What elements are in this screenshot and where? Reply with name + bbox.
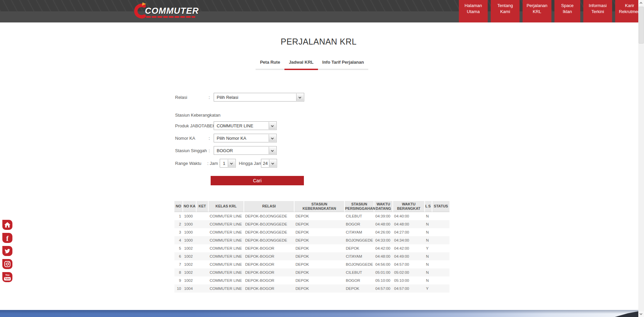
commuter-logo[interactable]: COMMUTER	[131, 2, 199, 21]
twitter-icon[interactable]	[2, 246, 12, 256]
table-cell: N	[425, 220, 432, 228]
hingga-jam-select[interactable]: 24	[261, 159, 277, 168]
stasiun-keberangkatan-label: Stasiun Keberangkatan	[175, 113, 220, 118]
colon: :	[209, 123, 210, 128]
table-cell: DEPOK-BOGOR	[244, 268, 294, 276]
chevron-down-icon[interactable]	[269, 160, 276, 167]
nav-item[interactable]: Informasi Terkini	[583, 0, 612, 22]
table-cell: DEPOK	[345, 244, 374, 252]
relasi-label: Relasi	[175, 95, 187, 100]
jam-select-value: 1	[220, 161, 228, 166]
table-cell: DEPOK-BOGOR	[244, 276, 294, 284]
table-cell: BOJONGGEDE	[345, 236, 374, 244]
table-cell: N	[425, 260, 432, 268]
table-row: 61002COMMUTER LINEDEPOK-BOGORDEPOKCITAYA…	[174, 252, 449, 260]
table-row: 21000COMMUTER LINEDEPOK-BOJONGGEDEDEPOKB…	[174, 220, 449, 228]
table-cell: DEPOK	[294, 276, 345, 284]
relasi-select-value: Pilih Relasi	[217, 95, 238, 100]
table-cell: 1000	[183, 228, 197, 236]
nomor-ka-select[interactable]: Pilih Nomor KA	[214, 134, 277, 142]
table-cell	[197, 220, 209, 228]
table-row: 41000COMMUTER LINEDEPOK-BOJONGGEDEDEPOKB…	[174, 236, 449, 244]
table-cell: DEPOK-BOGOR	[244, 284, 294, 293]
jam-select[interactable]: 1	[220, 159, 236, 168]
table-cell: COMMUTER LINE	[209, 252, 244, 260]
table-body: 11000COMMUTER LINEDEPOK-BOJONGGEDEDEPOKC…	[174, 212, 449, 293]
tab-peta-rute[interactable]: Peta Rute	[256, 58, 284, 70]
chevron-down-icon[interactable]	[269, 134, 276, 142]
table-cell: N	[425, 276, 432, 284]
nomor-ka-label: Nomor KA	[175, 136, 195, 141]
page-title: PERJALANAN KRL	[174, 37, 463, 47]
table-cell: 1002	[183, 244, 197, 252]
stasiun-singgah-row: Stasiun Singgah : BOGOR	[174, 146, 463, 155]
chevron-down-icon[interactable]	[269, 147, 276, 154]
scroll-up-arrow-icon[interactable]	[638, 0, 644, 6]
nav-item[interactable]: Perjalanan KRL	[523, 0, 551, 22]
column-header: LS	[425, 201, 432, 212]
table-cell: N	[425, 212, 432, 220]
stasiun-singgah-label: Stasiun Singgah	[175, 148, 207, 153]
chevron-down-icon[interactable]	[228, 160, 235, 167]
table-cell: DEPOK	[294, 244, 345, 252]
table-cell: Y	[425, 284, 432, 293]
chevron-down-icon[interactable]	[269, 122, 276, 129]
tab-jadwal-krl[interactable]: Jadwal KRL	[284, 58, 318, 70]
tab-info-tarif-perjalanan[interactable]: Info Tarif Perjalanan	[318, 58, 368, 70]
table-cell: CILEBUT	[345, 212, 374, 220]
column-header: NO KA	[183, 201, 197, 212]
table-cell: DEPOK	[294, 284, 345, 293]
table-cell: 1000	[183, 220, 197, 228]
stasiun-singgah-select[interactable]: BOGOR	[214, 146, 277, 155]
table-cell: 05:10:00	[374, 276, 393, 284]
facebook-icon[interactable]: f	[2, 233, 12, 243]
table-row: 71002COMMUTER LINEDEPOK-BOGORDEPOKBOJONG…	[174, 260, 449, 268]
range-waktu-row: Range Waktu : Jam : 1 Hingga Jam : 24	[174, 159, 463, 168]
table-cell	[197, 268, 209, 276]
home-icon[interactable]	[2, 220, 12, 230]
table-cell: BOJONGGEDE	[345, 260, 374, 268]
table-cell	[197, 244, 209, 252]
table-row: 51002COMMUTER LINEDEPOK-BOGORDEPOKDEPOK0…	[174, 244, 449, 252]
table-cell	[432, 220, 449, 228]
relasi-row: Relasi : Pilih Relasi	[174, 93, 463, 102]
table-cell: COMMUTER LINE	[209, 244, 244, 252]
table-row: 31000COMMUTER LINEDEPOK-BOJONGGEDEDEPOKC…	[174, 228, 449, 236]
table-cell: 1002	[183, 260, 197, 268]
table-cell: COMMUTER LINE	[209, 212, 244, 220]
table-cell: DEPOK	[294, 268, 345, 276]
nav-item[interactable]: Halaman Utama	[459, 0, 488, 22]
colon: :	[209, 95, 210, 100]
column-header: WAKTU DATANG	[374, 201, 393, 212]
nav-item[interactable]: Space Iklan	[554, 0, 580, 22]
vertical-scrollbar[interactable]	[638, 0, 644, 317]
table-cell: CILEBUT	[345, 268, 374, 276]
table-cell: 05:02:00	[393, 268, 425, 276]
nav-item[interactable]: Tentang Kami	[491, 0, 520, 22]
youtube-icon[interactable]: You Tube	[2, 272, 12, 282]
cari-button[interactable]: Cari	[211, 176, 304, 185]
table-cell: DEPOK-BOGOR	[244, 244, 294, 252]
instagram-icon[interactable]	[2, 259, 12, 269]
table-cell: 04:40:00	[393, 212, 425, 220]
table-cell	[432, 268, 449, 276]
table-cell: 04:48:00	[374, 252, 393, 260]
chevron-down-icon[interactable]	[296, 93, 304, 101]
table-row: 101004COMMUTER LINEDEPOK-BOGORDEPOKDEPOK…	[174, 284, 449, 293]
table-cell: 04:27:00	[393, 228, 425, 236]
scroll-down-arrow-icon[interactable]	[638, 311, 644, 317]
relasi-select[interactable]: Pilih Relasi	[214, 93, 304, 102]
table-cell: 9	[174, 276, 183, 284]
table-cell	[432, 260, 449, 268]
nomor-ka-row: Nomor KA : Pilih Nomor KA	[174, 134, 463, 143]
table-cell: 04:34:00	[393, 236, 425, 244]
table-cell: 04:26:00	[374, 228, 393, 236]
table-cell: 1002	[183, 276, 197, 284]
table-cell: 04:57:00	[374, 284, 393, 293]
table-cell	[197, 252, 209, 260]
produk-select[interactable]: COMMUTER LINE	[214, 121, 277, 130]
table-cell: 1000	[183, 236, 197, 244]
table-cell: N	[425, 268, 432, 276]
scrollbar-thumb[interactable]	[639, 7, 644, 44]
jam-label: : Jam :	[207, 161, 220, 166]
